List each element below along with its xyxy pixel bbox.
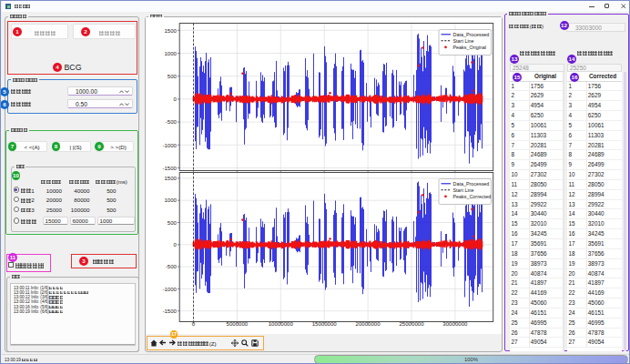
svg-text:-1500: -1500 [162, 165, 177, 171]
svg-text:500: 500 [168, 219, 178, 226]
svg-text:500: 500 [168, 73, 178, 79]
svg-text:30000000: 30000000 [442, 320, 468, 327]
svg-text:20000000: 20000000 [356, 320, 381, 327]
svg-text:-1500: -1500 [162, 308, 177, 314]
svg-text:-500: -500 [166, 118, 178, 125]
svg-text:1000: 1000 [164, 50, 177, 56]
svg-text:5000000: 5000000 [227, 320, 249, 327]
svg-text:Data_Processed: Data_Processed [453, 181, 490, 187]
svg-text:1500: 1500 [164, 27, 177, 34]
svg-text:1500: 1500 [164, 175, 177, 181]
svg-text:1000: 1000 [164, 197, 177, 203]
svg-text:-500: -500 [166, 263, 178, 269]
svg-text:25000000: 25000000 [399, 320, 424, 327]
svg-text:Data_Processed: Data_Processed [453, 32, 490, 37]
svg-text:10000000: 10000000 [269, 320, 294, 327]
svg-text:Start Line: Start Line [453, 187, 474, 193]
svg-text:15000000: 15000000 [312, 320, 338, 327]
svg-text:Peaks_Original: Peaks_Original [453, 45, 487, 50]
svg-text:-1000: -1000 [162, 142, 177, 148]
svg-text:-1000: -1000 [162, 286, 177, 292]
svg-text:Peaks_Corrected: Peaks_Corrected [453, 194, 492, 199]
svg-text:Start Line: Start Line [453, 38, 474, 44]
